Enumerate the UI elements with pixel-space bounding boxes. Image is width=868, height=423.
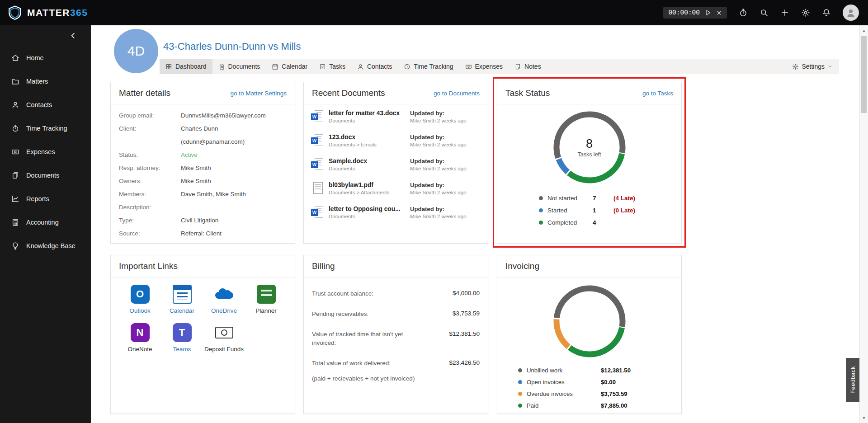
go-to-matter-settings-link[interactable]: go to Matter Settings — [230, 90, 287, 97]
important-link[interactable]: Calendar — [161, 285, 203, 314]
scroll-down-arrow[interactable]: ▼ — [860, 414, 868, 422]
matter-tab[interactable]: Calendar — [266, 59, 313, 74]
timer-play-icon[interactable] — [704, 9, 712, 16]
document-name[interactable]: 123.docx — [329, 134, 409, 141]
sidebar-item[interactable]: Accounting — [0, 211, 91, 234]
detail-value: (cdunn@panamar.com) — [181, 138, 245, 145]
legend-late: (4 Late) — [613, 195, 635, 202]
document-type-icon — [311, 206, 325, 220]
document-row[interactable]: 123.docx Documents > Emails Updated by: … — [311, 132, 481, 156]
matter-settings-menu[interactable]: Settings — [786, 59, 839, 74]
sidebar-collapse-button[interactable] — [0, 25, 91, 46]
tab-icon — [319, 63, 326, 70]
card-title: Invoicing — [505, 261, 539, 271]
sidebar-item[interactable]: Home — [0, 46, 91, 70]
legend-count: 1 — [593, 207, 613, 214]
document-name[interactable]: letter for matter 43.docx — [329, 110, 409, 117]
document-type-icon — [311, 134, 325, 148]
sidebar-item-icon — [11, 218, 19, 226]
invoicing-legend-row: Open invoices $0.00 — [497, 376, 681, 388]
matter-tab[interactable]: Contacts — [351, 59, 398, 74]
sidebar-item-label: Contacts — [26, 101, 52, 108]
document-row[interactable]: letter for matter 43.docx Documents Upda… — [311, 108, 481, 132]
matter-tab[interactable]: Dashboard — [160, 59, 212, 74]
tab-icon — [357, 63, 364, 70]
important-link[interactable]: Teams — [161, 323, 203, 352]
sidebar-item[interactable]: Documents — [0, 164, 91, 187]
notifications-bell-icon[interactable] — [822, 8, 831, 17]
matter-tab[interactable]: Tasks — [313, 59, 351, 74]
timer-value: 00:00:00 — [668, 9, 700, 16]
billing-card: Billing Trust account balance: $4,000.00… — [303, 255, 488, 414]
legend-dot — [518, 368, 522, 372]
important-link[interactable]: OneDrive — [203, 285, 245, 314]
legend-dot — [539, 221, 543, 225]
matter-tab[interactable]: Notes — [509, 59, 547, 74]
user-icon — [845, 7, 856, 18]
billing-value: $23,426.50 — [449, 359, 480, 366]
task-status-donut-chart: 8 Tasks left — [551, 109, 628, 186]
billing-value: $12,381.50 — [449, 330, 480, 337]
billing-label: Value of tracked time that isn't yet inv… — [312, 330, 426, 347]
important-link-label: OneNote — [127, 346, 152, 352]
sidebar-item[interactable]: Reports — [0, 187, 91, 211]
important-link-label: OneDrive — [211, 307, 237, 314]
legend-name: Started — [547, 207, 593, 214]
document-name[interactable]: bl03bylaw1.pdf — [329, 182, 409, 188]
sidebar-item-label: Time Tracking — [26, 125, 67, 132]
scroll-up-arrow[interactable]: ▲ — [860, 26, 868, 35]
sidebar-item-label: Matters — [26, 78, 48, 85]
document-updated-meta: Mike Smith 2 weeks ago — [410, 190, 481, 195]
document-type-icon — [311, 110, 325, 124]
sidebar-item-icon — [11, 54, 19, 62]
matter-detail-row: Owners: Mike Smith — [119, 174, 287, 188]
timer-widget[interactable]: 00:00:00 — [663, 7, 727, 19]
matter-avatar: 4D — [114, 29, 158, 73]
sidebar-item[interactable]: Expenses — [0, 140, 91, 164]
legend-name: Unbilled work — [527, 367, 601, 374]
scrollbar-thumb[interactable] — [861, 36, 867, 113]
document-name[interactable]: letter to Opposing cou... — [329, 206, 409, 212]
card-title: Recent Documents — [312, 88, 385, 98]
go-to-tasks-link[interactable]: go to Tasks — [642, 90, 673, 97]
search-icon[interactable] — [760, 8, 769, 17]
important-link[interactable]: Outlook — [119, 285, 161, 314]
sidebar-item[interactable]: Contacts — [0, 93, 91, 117]
important-link[interactable]: Deposit Funds — [203, 323, 245, 352]
matter-detail-row: (cdunn@panamar.com) — [119, 135, 287, 148]
card-title: Task Status — [505, 88, 550, 98]
document-row[interactable]: Sample.docx Documents Updated by: Mike S… — [311, 156, 481, 180]
stopwatch-icon[interactable] — [739, 8, 748, 17]
gear-icon[interactable] — [801, 8, 810, 17]
sidebar-item[interactable]: Time Tracking — [0, 117, 91, 140]
document-updated-label: Updated by: — [410, 158, 481, 164]
important-links-card: Important Links Outlook Calendar OneDriv… — [110, 255, 295, 414]
document-row[interactable]: letter to Opposing cou... Documents Upda… — [311, 204, 481, 228]
billing-value: $4,000.00 — [453, 290, 480, 296]
important-link[interactable]: Planner — [245, 285, 287, 314]
user-avatar[interactable] — [843, 5, 859, 21]
tab-icon — [165, 63, 172, 70]
detail-label: Source: — [119, 230, 181, 237]
sidebar-item[interactable]: Knowledge Base — [0, 234, 91, 258]
add-icon[interactable] — [780, 8, 789, 17]
page-scrollbar[interactable]: ▲ ▼ — [859, 25, 868, 423]
app-logo[interactable]: MATTER365 — [0, 5, 88, 20]
matter-tab[interactable]: Time Tracking — [398, 59, 459, 74]
matter-tab[interactable]: Documents — [212, 59, 266, 74]
matter-tab[interactable]: Expenses — [459, 59, 509, 74]
timer-close-icon[interactable] — [716, 10, 722, 16]
sidebar-item-label: Knowledge Base — [26, 242, 75, 249]
document-name[interactable]: Sample.docx — [329, 158, 409, 164]
invoicing-legend-row: Unbilled work $12,381.50 — [497, 364, 681, 376]
go-to-documents-link[interactable]: go to Documents — [434, 90, 480, 97]
app-icon — [131, 285, 150, 304]
important-link[interactable]: OneNote — [119, 323, 161, 352]
matter-detail-row: Source: Referral: Client — [119, 227, 287, 240]
billing-label: Pending receivables: — [312, 310, 426, 318]
feedback-tab[interactable]: Feedback — [846, 358, 859, 402]
document-row[interactable]: bl03bylaw1.pdf Documents > Attachments U… — [311, 180, 481, 204]
sidebar-item[interactable]: Matters — [0, 70, 91, 93]
detail-label: Members: — [119, 191, 181, 197]
document-updated-label: Updated by: — [410, 134, 481, 141]
